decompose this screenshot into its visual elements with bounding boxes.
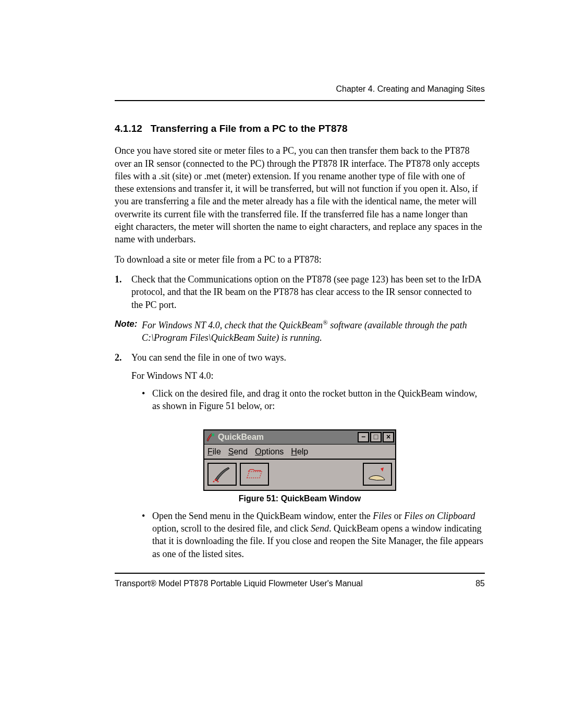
folder-button[interactable] <box>240 463 269 486</box>
footer-page: 85 <box>475 578 485 589</box>
svg-point-3 <box>213 481 215 483</box>
bullet-glyph: • <box>142 387 152 413</box>
step-text: You can send the file in one of two ways… <box>131 351 485 418</box>
step-2: 2. You can send the file in one of two w… <box>115 351 485 418</box>
step-subhead: For Windows NT 4.0: <box>131 369 485 382</box>
figure-caption: Figure 51: QuickBeam Window <box>203 493 396 504</box>
bullet-text: Open the Send menu in the QuickBeam wind… <box>152 510 485 560</box>
step-1: 1. Check that the Communications option … <box>115 273 485 311</box>
bullet-item-1: • Click on the desired file, and drag it… <box>142 387 485 413</box>
bullet-item-2: • Open the Send menu in the QuickBeam wi… <box>142 510 485 560</box>
rocket-button[interactable] <box>207 463 237 486</box>
menu-file[interactable]: File <box>207 446 221 458</box>
minimize-button[interactable]: − <box>358 432 369 442</box>
svg-rect-1 <box>212 434 214 436</box>
close-button[interactable]: × <box>383 432 394 442</box>
intro-paragraph: Once you have stored site or meter files… <box>115 144 485 245</box>
window-buttons: − □ × <box>357 432 394 442</box>
running-head-text: Chapter 4. Creating and Managing Sites <box>336 84 485 93</box>
toolbar <box>204 460 395 490</box>
svg-point-2 <box>215 479 217 481</box>
step-number: 1. <box>115 273 131 311</box>
section-heading: 4.1.12 Transferring a File from a PC to … <box>115 122 485 135</box>
lead-in: To download a site or meter file from a … <box>115 253 485 266</box>
titlebar-text: QuickBeam <box>218 431 264 443</box>
numbered-steps-cont: 2. You can send the file in one of two w… <box>115 351 485 418</box>
step-number: 2. <box>115 351 131 418</box>
note-label: Note: <box>115 318 142 344</box>
section-number: 4.1.12 <box>115 123 142 134</box>
send-button[interactable] <box>363 463 392 486</box>
figure-51: QuickBeam − □ × File Send Options Help <box>203 429 396 504</box>
menu-options[interactable]: Options <box>255 446 284 458</box>
app-icon <box>205 433 216 442</box>
note-body: For Windows NT 4.0, check that the Quick… <box>142 318 485 344</box>
bullet-glyph: • <box>142 510 152 560</box>
note-block: Note: For Windows NT 4.0, check that the… <box>115 318 485 344</box>
section-title: Transferring a File from a PC to the PT8… <box>151 123 348 134</box>
running-head: Chapter 4. Creating and Managing Sites <box>115 83 485 101</box>
rocket-icon <box>211 465 234 483</box>
menubar: File Send Options Help <box>204 444 395 460</box>
svg-point-4 <box>217 481 219 483</box>
bullet-text: Click on the desired file, and drag it o… <box>152 387 485 413</box>
maximize-button[interactable]: □ <box>370 432 382 442</box>
menu-help[interactable]: Help <box>291 446 308 458</box>
step-text: Check that the Communications option on … <box>131 273 485 311</box>
titlebar: QuickBeam − □ × <box>204 430 395 444</box>
footer-left: Transport® Model PT878 Portable Liquid F… <box>115 578 363 589</box>
numbered-steps: 1. Check that the Communications option … <box>115 273 485 311</box>
bullet-list-after-fig: • Open the Send menu in the QuickBeam wi… <box>142 510 485 560</box>
registered-mark: ® <box>323 319 328 326</box>
menu-send[interactable]: Send <box>228 446 248 458</box>
page-footer: Transport® Model PT878 Portable Liquid F… <box>115 573 485 589</box>
bullet-list: • Click on the desired file, and drag it… <box>142 387 485 413</box>
hand-send-icon <box>366 465 389 483</box>
quickbeam-window: QuickBeam − □ × File Send Options Help <box>203 429 396 491</box>
folder-open-icon <box>243 465 266 483</box>
